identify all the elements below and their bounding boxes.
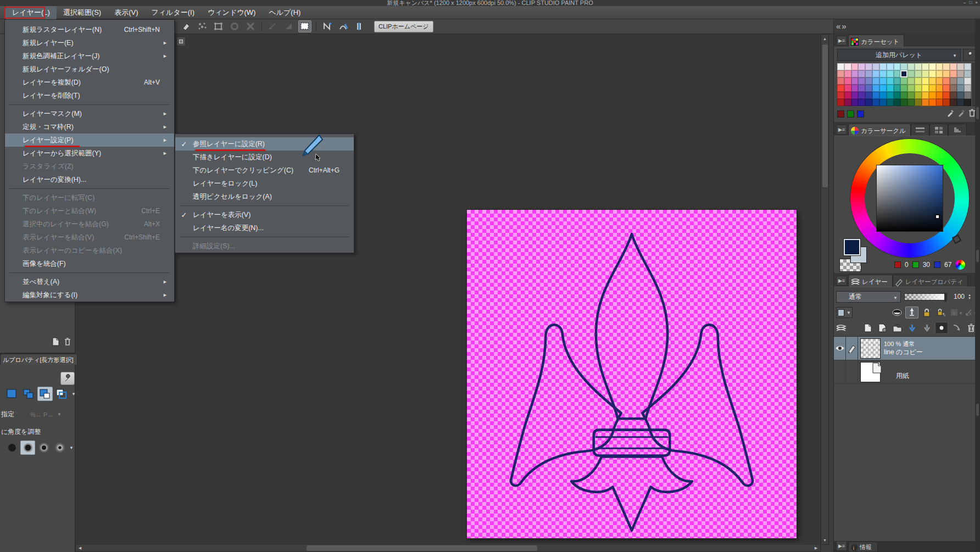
layer-tab[interactable]: レイヤー xyxy=(848,275,893,287)
approx-color-tab[interactable] xyxy=(929,124,948,136)
layer-menu-icon[interactable]: ▶≡ xyxy=(836,276,847,286)
palette-color-cell[interactable] xyxy=(936,85,943,92)
palette-color-cell[interactable] xyxy=(950,63,957,70)
palette-color-cell[interactable] xyxy=(929,85,936,92)
menu-item[interactable]: ✓レイヤーを表示(V) xyxy=(175,208,354,221)
palette-color-cell[interactable] xyxy=(929,70,936,77)
opacity-slider[interactable] xyxy=(904,293,947,300)
antialias-weak-button[interactable] xyxy=(20,441,35,455)
palette-color-cell[interactable] xyxy=(865,70,872,77)
layer-visible-cell[interactable] xyxy=(834,337,846,360)
palette-color-cell[interactable] xyxy=(851,99,859,106)
palette-swatch[interactable] xyxy=(837,110,844,118)
palette-color-cell[interactable] xyxy=(922,77,929,85)
layer-thumbnail[interactable] xyxy=(860,338,881,359)
palette-color-cell[interactable] xyxy=(907,63,915,70)
palette-color-cell[interactable] xyxy=(922,63,929,70)
saturation-value-square[interactable] xyxy=(876,165,943,232)
palette-color-cell[interactable] xyxy=(858,70,865,77)
palette-color-cell[interactable] xyxy=(929,99,936,106)
menu-item[interactable]: レイヤーを削除(T) xyxy=(5,89,174,102)
menu-item[interactable]: 定規・コマ枠(R)► xyxy=(5,120,174,133)
palette-color-cell[interactable] xyxy=(964,92,971,99)
new-raster-layer-icon[interactable] xyxy=(861,322,874,334)
palette-color-cell[interactable] xyxy=(957,85,964,92)
palette-color-cell[interactable] xyxy=(915,70,922,77)
layer-editing-cell[interactable] xyxy=(846,360,858,384)
menu-item[interactable]: 新規レイヤー(E)► xyxy=(5,36,174,49)
menu-item[interactable]: 並べ替え(A)► xyxy=(5,275,174,288)
menu-layer[interactable]: レイヤー(L) xyxy=(5,6,57,19)
layer-row-paper[interactable]: 用紙 xyxy=(834,360,976,384)
palette-color-cell[interactable] xyxy=(907,92,915,99)
palette-color-cell[interactable] xyxy=(907,77,915,85)
palette-color-cell[interactable] xyxy=(950,70,957,77)
apply-mask-icon[interactable] xyxy=(950,322,963,334)
antialias-middle-button[interactable] xyxy=(36,441,51,455)
palette-color-cell[interactable] xyxy=(894,63,901,70)
palette-color-cell[interactable] xyxy=(915,92,922,99)
scroll-left-icon[interactable]: ◀ xyxy=(76,544,83,551)
palette-color-cell[interactable] xyxy=(964,85,971,92)
colorcircle-tab[interactable]: カラーサークル xyxy=(848,124,911,136)
palette-color-cell[interactable] xyxy=(915,85,922,92)
palette-color-cell[interactable] xyxy=(907,99,915,106)
horizontal-scrollbar[interactable]: ◀ ▶ xyxy=(75,544,821,552)
antialias-none-button[interactable] xyxy=(4,441,19,455)
antialias-strong-button[interactable] xyxy=(52,441,67,455)
palette-color-cell[interactable] xyxy=(915,77,922,85)
palette-color-cell[interactable] xyxy=(950,85,957,92)
palette-color-cell[interactable] xyxy=(964,63,971,70)
palette-color-cell[interactable] xyxy=(851,92,859,99)
selection-mode-dropdown-icon[interactable]: ▼ xyxy=(71,392,76,397)
layer-color-dropdown[interactable]: ▼ xyxy=(836,307,853,318)
selection-new-button[interactable] xyxy=(4,387,20,401)
scatter-icon[interactable] xyxy=(196,20,209,32)
canvas-area[interactable] xyxy=(75,34,821,543)
opacity-slider-handle[interactable] xyxy=(944,293,946,302)
menu-selection[interactable]: 選択範囲(S) xyxy=(57,6,108,19)
scroll-right-icon[interactable]: ▶ xyxy=(812,544,820,551)
vertical-scroll-thumb[interactable] xyxy=(822,44,828,187)
info-menu-icon[interactable]: ▶≡ xyxy=(836,541,847,551)
hue-ring[interactable] xyxy=(850,139,969,258)
palette-color-cell[interactable] xyxy=(964,77,971,85)
palette-color-cell[interactable] xyxy=(936,77,943,85)
palette-color-cell[interactable] xyxy=(872,63,879,70)
palette-color-cell[interactable] xyxy=(858,63,865,70)
palette-color-cell[interactable] xyxy=(943,85,950,92)
transfer-down-icon[interactable] xyxy=(905,322,918,334)
palette-color-cell[interactable] xyxy=(900,70,907,77)
palette-color-cell[interactable] xyxy=(936,92,943,99)
palette-color-cell[interactable] xyxy=(943,77,950,85)
palette-color-cell[interactable] xyxy=(865,92,872,99)
palette-color-cell[interactable] xyxy=(865,99,872,106)
palette-color-cell[interactable] xyxy=(929,92,936,99)
hue-marker[interactable] xyxy=(952,235,962,244)
palette-color-cell[interactable] xyxy=(837,99,844,106)
scroll-up-icon[interactable]: ▲ xyxy=(821,35,828,42)
palette-color-cell[interactable] xyxy=(872,99,879,106)
menu-item[interactable]: レイヤー名の変更(N)... xyxy=(175,221,354,235)
palette-color-cell[interactable] xyxy=(900,99,907,106)
dock-grip[interactable] xyxy=(976,404,979,416)
close-button[interactable]: × xyxy=(975,0,978,5)
palette-color-cell[interactable] xyxy=(844,85,851,92)
palette-color-cell[interactable] xyxy=(837,92,844,99)
selection-launcher-icon[interactable] xyxy=(298,20,311,32)
palette-color-cell[interactable] xyxy=(922,99,929,106)
palette-color-cell[interactable] xyxy=(844,92,851,99)
color-history-tab[interactable] xyxy=(948,124,967,136)
palette-color-cell[interactable] xyxy=(844,77,851,85)
new-subtool-icon[interactable] xyxy=(52,337,59,348)
palette-swatch[interactable] xyxy=(857,110,864,118)
mask-area-icon[interactable] xyxy=(890,306,904,319)
palette-color-cell[interactable] xyxy=(943,63,950,70)
snap-ruler-icon[interactable] xyxy=(321,20,334,32)
palette-swatch[interactable] xyxy=(847,110,854,118)
palette-color-cell[interactable] xyxy=(894,92,901,99)
menu-item[interactable]: 新規色調補正レイヤー(J)► xyxy=(5,49,174,63)
palette-color-cell[interactable] xyxy=(922,70,929,77)
menu-item[interactable]: レイヤー設定(P)► xyxy=(5,133,174,147)
info-tab[interactable]: i 情報 xyxy=(848,542,878,551)
